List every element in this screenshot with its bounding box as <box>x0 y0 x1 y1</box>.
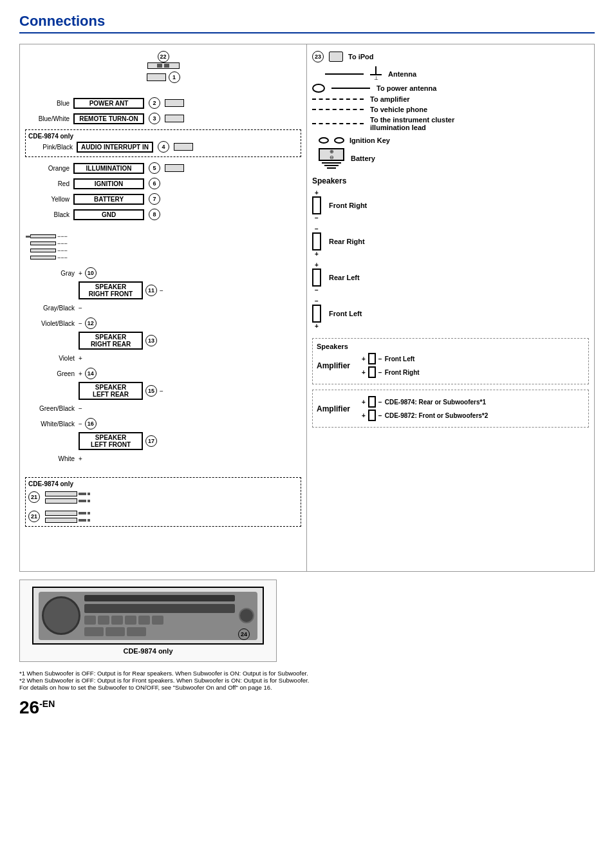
sub-diagram-label: CDE-9874 only <box>26 647 270 655</box>
wire-row-violet: Violet + <box>30 351 301 365</box>
antenna-row: ⊥ Antenna <box>325 66 589 81</box>
illumination-label: To the instrument cluster illumination l… <box>370 116 473 131</box>
antenna-label: Antenna <box>388 70 416 78</box>
pin-23: 23 <box>312 51 324 62</box>
wire-row-speaker-rr: SPEAKERRIGHT REAR 13 <box>30 332 301 350</box>
amplifier2-row: Amplifier + − CDE-9874: Rear or Subwoofe… <box>317 396 584 421</box>
pin-7: 7 <box>149 193 160 205</box>
power-antenna-row: To power antenna <box>312 84 589 93</box>
page-title: Connections <box>19 13 595 33</box>
wire-row-remote: Blue/White REMOTE TURN-ON 3 <box>25 111 301 126</box>
wire-row-speaker-rf: SPEAKERRIGHT FRONT 11 − <box>30 281 301 299</box>
power-antenna-label: To power antenna <box>377 84 436 92</box>
pin-2: 2 <box>149 97 160 109</box>
wire-row-speaker-rr-top: Violet/Black − 12 <box>30 316 301 330</box>
wire-box-speaker-lr: SPEAKERLEFT REAR <box>79 382 143 400</box>
wire-row-battery: Yellow BATTERY 7 <box>25 192 301 206</box>
page-number-suffix: -EN <box>39 699 55 709</box>
pin-3: 3 <box>149 113 160 124</box>
wire-box-remote: REMOTE TURN-ON <box>73 113 144 124</box>
pin-8: 8 <box>149 209 160 220</box>
rear-left-row: + − Rear Left <box>312 261 589 294</box>
wire-box-battery: BATTERY <box>73 194 144 205</box>
vehicle-phone-label: To vehicle phone <box>370 106 427 113</box>
pin-24: 24 <box>238 628 250 640</box>
wire-row-ignition: Red IGNITION 6 <box>25 176 301 191</box>
speakers-title: Speakers <box>312 176 589 185</box>
pin-22: 22 <box>158 51 169 62</box>
cde-9874-group: CDE-9874 only Pink/Black AUDIO INTERRUPT… <box>25 129 301 157</box>
wire-box-power-ant: POWER ANT <box>73 98 144 109</box>
rear-right-row: − + Rear Right <box>312 225 589 258</box>
cde-9874-label: CDE-9874 only <box>28 133 298 140</box>
vehicle-phone-row: To vehicle phone <box>312 106 589 113</box>
front-left-row: − + Front Left <box>312 297 589 330</box>
wire-box-speaker-rf: SPEAKERRIGHT FRONT <box>79 281 143 299</box>
wire-box-speaker-rr: SPEAKERRIGHT REAR <box>79 332 143 350</box>
pin-1: 1 <box>169 71 180 83</box>
rear-right-label: Rear Right <box>329 238 365 245</box>
wire-row-audio-interrupt: Pink/Black AUDIO INTERRUPT IN 4 <box>28 140 298 154</box>
amplifier1-row: Amplifier + − Front Left + − Front Rig <box>317 353 584 378</box>
wire-row-gnd: Black GND 8 <box>25 207 301 222</box>
amplifier1-section: Speakers Amplifier + − Front Left + <box>312 338 589 384</box>
sub-diagram: 24 CDE-9874 only <box>19 580 277 662</box>
wire-color-battery: Yellow <box>25 196 73 203</box>
wire-row-white: White + <box>30 451 301 466</box>
wire-row-speaker-rf-top: Gray + 10 <box>30 266 301 280</box>
footnote-1: *1 When Subwoofer is OFF: Output is for … <box>19 670 595 677</box>
battery-label: Battery <box>351 155 375 162</box>
wire-row-whiteblack: White/Black − 16 <box>30 417 301 431</box>
wire-row-power-ant: Blue POWER ANT 2 <box>25 96 301 110</box>
wire-color-remote: Blue/White <box>25 115 73 122</box>
wire-box-ignition: IGNITION <box>73 178 144 189</box>
front-right-label: Front Right <box>329 202 367 209</box>
amplifier2-section: Amplifier + − CDE-9874: Rear or Subwoofe… <box>312 390 589 428</box>
wire-box-audio: AUDIO INTERRUPT IN <box>77 142 153 153</box>
footnote-2: *2 When Subwoofer is OFF: Output is for … <box>19 677 595 684</box>
amplifier1-label: Amplifier <box>317 361 350 370</box>
pin-6: 6 <box>149 178 160 189</box>
wire-color-gnd: Black <box>25 211 73 218</box>
wire-row-speaker-lr: SPEAKERLEFT REAR 15 − <box>30 382 301 400</box>
cde-9874-bottom-label: CDE-9874 only <box>28 480 298 487</box>
wire-color-audio: Pink/Black <box>28 144 77 151</box>
speakers-title2: Speakers <box>317 343 584 350</box>
amp1-front-right: Front Right <box>385 369 420 376</box>
front-right-row: + − Front Right <box>312 189 589 222</box>
to-amplifier-row: To amplifier <box>312 95 589 103</box>
wire-row-green: Green + 14 <box>30 366 301 381</box>
wire-color-power-ant: Blue <box>25 100 73 107</box>
ignition-key-section: Ignition Key <box>319 137 589 144</box>
speakers-section: Speakers + − Front Right − + Rear Right <box>312 176 589 330</box>
front-left-label: Front Left <box>329 310 362 317</box>
wire-row-illumination: Orange ILLUMINATION 5 <box>25 161 301 175</box>
amp1-front-left: Front Left <box>385 355 415 363</box>
pin-4: 4 <box>158 141 169 153</box>
wire-box-illumination: ILLUMINATION <box>73 163 144 174</box>
battery-section: ⊕ ⊖ Battery <box>319 148 589 169</box>
wire-row-speaker-lf: SPEAKERLEFT FRONT 17 <box>30 432 301 450</box>
pin-21-row1: 21 <box>28 490 298 504</box>
cde-9874-bottom-group: CDE-9874 only 21 <box>25 477 301 527</box>
amplifier2-label: Amplifier <box>317 404 350 413</box>
pin-5: 5 <box>149 162 160 174</box>
footnote-3: For details on how to set the Subwoofer … <box>19 684 595 691</box>
wire-color-illumination: Orange <box>25 165 73 172</box>
ignition-key-label: Ignition Key <box>349 137 390 144</box>
to-amplifier-label: To amplifier <box>370 95 410 103</box>
pin-21-row2: 21 <box>28 509 298 524</box>
amp2-output1: CDE-9874: Rear or Subwoofers*1 <box>385 399 486 406</box>
wire-row-speaker-rf-bot: Gray/Black − <box>30 301 301 315</box>
amp2-output2: CDE-9872: Front or Subwoofers*2 <box>385 412 488 419</box>
wire-box-gnd: GND <box>73 209 144 220</box>
rear-left-label: Rear Left <box>329 274 360 281</box>
to-ipod-label: To iPod <box>348 53 374 61</box>
radio-image: 24 <box>32 587 264 645</box>
footnote-area: *1 When Subwoofer is OFF: Output is for … <box>19 670 595 691</box>
page-number: 26-EN <box>19 697 595 718</box>
wire-box-speaker-lf: SPEAKERLEFT FRONT <box>79 432 143 450</box>
wire-row-greenblack: Green/Black − <box>30 401 301 415</box>
illumination-row: To the instrument cluster illumination l… <box>312 116 589 131</box>
wire-color-ignition: Red <box>25 180 73 187</box>
